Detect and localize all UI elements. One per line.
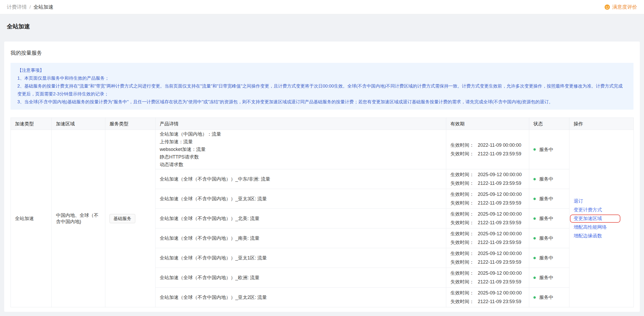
table-header-row: 加速类型 加速区域 服务类型 产品详情 有效期 状态 操作	[11, 118, 634, 130]
product-line: 全站加速（全球（不含中国内地））_南美: 流量	[160, 235, 442, 242]
col-header-service-type: 服务类型	[105, 118, 155, 130]
date-line: 失效时间：2122-11-09 23:59:59	[450, 218, 525, 227]
satisfaction-feedback-button[interactable]: 满意度评价	[604, 4, 637, 11]
status-cell: 服务中	[529, 248, 569, 268]
status-label: 服务中	[539, 274, 553, 281]
top-bar: 计费详情 / 全站加速 满意度评价	[0, 0, 644, 14]
status-label: 服务中	[539, 215, 553, 222]
status-label: 服务中	[539, 196, 553, 202]
operation-row: 增配边缘函数	[574, 232, 629, 240]
breadcrumb-parent[interactable]: 计费详情	[7, 4, 27, 11]
status-cell: 服务中	[529, 130, 569, 169]
date-value: 2025-09-12 00:00:00	[478, 170, 522, 179]
product-line: 动态请求数	[160, 161, 442, 169]
status-dot-icon	[533, 178, 536, 180]
notice-item: 1、本页面仅显示服务中和待生效的产品服务；	[17, 74, 627, 82]
acceleration-region-cell: 中国内地、全球（不含中国内地)	[52, 130, 105, 307]
date-value: 2122-11-09 23:59:59	[478, 278, 521, 286]
card-title: 我的按量服务	[11, 49, 633, 57]
validity-cell: 生效时间：2025-09-12 00:00:00失效时间：2122-11-09 …	[446, 288, 529, 307]
product-line: 全站加速（中国内地）：流量	[160, 130, 442, 138]
date-line: 生效时间：2025-09-12 00:00:00	[450, 170, 525, 179]
date-label: 失效时间：	[450, 218, 474, 227]
product-detail-cell: 全站加速（全球（不含中国内地））_亚太2区: 流量	[155, 288, 446, 307]
product-detail-cell: 全站加速（全球（不含中国内地））_亚太1区: 流量	[155, 248, 446, 268]
product-detail-cell: 全站加速（全球（不含中国内地））_中东/非洲: 流量	[155, 169, 446, 189]
notice-item: 2、基础服务的按量计费支持在"流量"和"带宽"两种计费方式之间进行变更。当前页面…	[17, 82, 627, 98]
status-badge: 服务中	[533, 196, 553, 202]
date-label: 生效时间：	[450, 141, 474, 150]
date-line: 生效时间：2025-09-12 00:00:00	[450, 210, 525, 218]
status-cell: 服务中	[529, 268, 569, 288]
status-dot-icon	[533, 257, 536, 259]
smiley-face-icon	[604, 4, 610, 10]
product-line: 全站加速（全球（不含中国内地））_亚太3区: 流量	[160, 195, 442, 203]
breadcrumb: 计费详情 / 全站加速	[7, 4, 53, 11]
status-dot-icon	[533, 148, 536, 151]
highlight-annotation-box: 变更加速区域	[570, 215, 620, 223]
status-dot-icon	[533, 217, 536, 220]
status-cell: 服务中	[529, 228, 569, 248]
date-label: 失效时间：	[450, 278, 474, 286]
status-badge: 服务中	[533, 255, 553, 261]
service-type-badge: 基础服务	[110, 214, 135, 223]
date-value: 2122-11-09 23:59:59	[478, 297, 521, 306]
validity-cell: 生效时间：2025-09-12 00:00:00失效时间：2122-11-09 …	[446, 268, 529, 288]
date-label: 生效时间：	[450, 190, 474, 199]
date-label: 生效时间：	[450, 210, 474, 218]
status-badge: 服务中	[533, 215, 553, 222]
status-badge: 服务中	[533, 235, 553, 241]
date-value: 2122-11-09 23:59:59	[478, 150, 521, 158]
date-value: 2025-09-12 00:00:00	[478, 289, 522, 297]
table-row: 全站加速中国内地、全球（不含中国内地)基础服务全站加速（中国内地）：流量上传加速…	[11, 130, 634, 169]
status-label: 服务中	[539, 146, 553, 153]
status-dot-icon	[533, 237, 536, 239]
date-label: 失效时间：	[450, 179, 474, 188]
op-add-edge-function-link[interactable]: 增配边缘函数	[574, 233, 602, 239]
status-cell: 服务中	[529, 209, 569, 228]
col-header-acceleration-region: 加速区域	[52, 118, 105, 130]
notice-header: 【注意事项】	[17, 67, 627, 74]
acceleration-type-cell: 全站加速	[11, 130, 52, 307]
date-value: 2025-09-12 00:00:00	[478, 249, 522, 258]
date-line: 生效时间：2025-09-12 00:00:00	[450, 289, 525, 297]
status-badge: 服务中	[533, 274, 553, 281]
date-label: 失效时间：	[450, 297, 474, 306]
date-label: 失效时间：	[450, 199, 474, 207]
date-line: 失效时间：2122-11-09 23:59:59	[450, 258, 525, 267]
op-change-region-link[interactable]: 变更加速区域	[574, 215, 602, 222]
status-cell: 服务中	[529, 288, 569, 307]
date-value: 2122-11-09 23:59:59	[478, 218, 521, 227]
date-line: 生效时间：2025-09-12 00:00:00	[450, 249, 525, 258]
date-line: 生效时间：2025-09-12 00:00:00	[450, 230, 525, 238]
validity-cell: 生效时间：2025-09-12 00:00:00失效时间：2122-11-09 …	[446, 209, 529, 228]
date-value: 2025-09-12 00:00:00	[478, 210, 522, 218]
product-line: 上传加速：流量	[160, 138, 442, 146]
op-add-performance-network-link[interactable]: 增配高性能网络	[574, 224, 607, 230]
status-dot-icon	[533, 277, 536, 279]
operation-row: 变更计费方式	[574, 206, 629, 214]
product-detail-cell: 全站加速（中国内地）：流量上传加速：流量websocket加速：流量静态HTTP…	[155, 130, 446, 169]
date-value: 2025-09-12 00:00:00	[478, 190, 522, 199]
status-dot-icon	[533, 296, 536, 299]
op-unsubscribe-link[interactable]: 退订	[574, 198, 583, 204]
validity-cell: 生效时间：2025-09-12 00:00:00失效时间：2122-11-09 …	[446, 169, 529, 189]
status-label: 服务中	[539, 255, 553, 261]
op-change-billing-link[interactable]: 变更计费方式	[574, 207, 602, 213]
operations-cell: 退订变更计费方式变更加速区域增配高性能网络增配边缘函数	[569, 130, 634, 307]
status-badge: 服务中	[533, 146, 553, 153]
col-header-validity: 有效期	[446, 118, 529, 130]
product-line: 全站加速（全球（不含中国内地））_欧洲: 流量	[160, 274, 442, 282]
col-header-status: 状态	[529, 118, 569, 130]
product-line: 全站加速（全球（不含中国内地））_中东/非洲: 流量	[160, 175, 442, 183]
service-type-cell: 基础服务	[105, 130, 155, 307]
date-value: 2022-11-09 00:00:00	[478, 141, 521, 150]
product-detail-cell: 全站加速（全球（不含中国内地））_亚太3区: 流量	[155, 189, 446, 209]
status-cell: 服务中	[529, 189, 569, 209]
date-value: 2122-11-09 23:59:59	[478, 258, 521, 267]
date-label: 失效时间：	[450, 238, 474, 247]
status-label: 服务中	[539, 176, 553, 182]
status-label: 服务中	[539, 235, 553, 241]
validity-cell: 生效时间：2025-09-12 00:00:00失效时间：2122-11-09 …	[446, 228, 529, 248]
product-detail-cell: 全站加速（全球（不含中国内地））_北美: 流量	[155, 209, 446, 228]
